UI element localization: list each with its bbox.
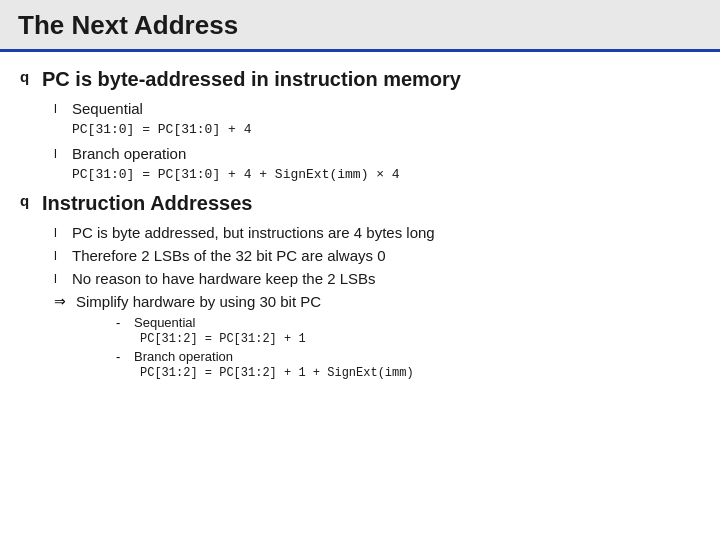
l-marker: l — [54, 225, 64, 240]
instr-addr-item3: No reason to have hardware keep the 2 LS… — [72, 268, 376, 289]
arrow-marker: ⇒ — [54, 293, 68, 309]
simplify-label: Simplify hardware by using 30 bit PC — [76, 291, 321, 312]
dash-branch-code: PC[31:2] = PC[31:2] + 1 + SignExt(imm) — [140, 366, 700, 380]
dash-marker: - — [116, 315, 126, 330]
section2-header: q Instruction Addresses — [20, 190, 700, 216]
dash-sequential-code: PC[31:2] = PC[31:2] + 1 — [140, 332, 700, 346]
section1-subitems: l Sequential PC[31:0] = PC[31:0] + 4 l B… — [54, 98, 700, 182]
list-item: l No reason to have hardware keep the 2 … — [54, 268, 700, 289]
section1-q-marker: q — [20, 68, 34, 85]
section2: q Instruction Addresses l PC is byte add… — [20, 190, 700, 380]
section2-subitems: l PC is byte addressed, but instructions… — [54, 222, 700, 380]
content: q PC is byte-addressed in instruction me… — [0, 52, 720, 393]
dash-sequential-label: Sequential — [134, 315, 195, 330]
dash-branch-label: Branch operation — [134, 349, 233, 364]
list-item: - Sequential — [116, 315, 700, 330]
list-item: l PC is byte addressed, but instructions… — [54, 222, 700, 243]
l-marker: l — [54, 101, 64, 116]
l-marker: l — [54, 248, 64, 263]
dash-items: - Sequential PC[31:2] = PC[31:2] + 1 - B… — [106, 315, 700, 380]
section1-title: PC is byte-addressed in instruction memo… — [42, 66, 461, 92]
page-title: The Next Address — [18, 10, 238, 40]
section2-title: Instruction Addresses — [42, 190, 252, 216]
dash-marker: - — [116, 349, 126, 364]
simplify-item: ⇒ Simplify hardware by using 30 bit PC — [54, 291, 700, 312]
list-item: l Branch operation — [54, 143, 700, 164]
instr-addr-item1: PC is byte addressed, but instructions a… — [72, 222, 435, 243]
page: The Next Address q PC is byte-addressed … — [0, 0, 720, 540]
section1-header: q PC is byte-addressed in instruction me… — [20, 66, 700, 92]
header: The Next Address — [0, 0, 720, 52]
l-marker: l — [54, 146, 64, 161]
branch-code: PC[31:0] = PC[31:0] + 4 + SignExt(imm) ×… — [72, 167, 700, 182]
list-item: l Sequential — [54, 98, 700, 119]
instr-addr-item2: Therefore 2 LSBs of the 32 bit PC are al… — [72, 245, 386, 266]
l-marker: l — [54, 271, 64, 286]
list-item: l Therefore 2 LSBs of the 32 bit PC are … — [54, 245, 700, 266]
section2-q-marker: q — [20, 192, 34, 209]
sequential-label: Sequential — [72, 98, 143, 119]
sequential-code: PC[31:0] = PC[31:0] + 4 — [72, 122, 700, 137]
list-item: - Branch operation — [116, 349, 700, 364]
branch-label: Branch operation — [72, 143, 186, 164]
